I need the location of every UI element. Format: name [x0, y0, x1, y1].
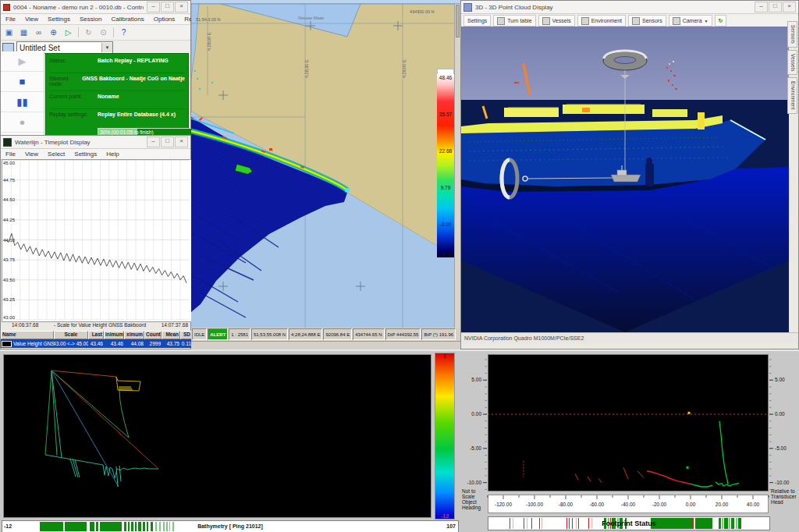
replay-display-icon[interactable]: ▦ [17, 27, 30, 39]
svg-text:4;28;30 E: 4;28;30 E [304, 59, 309, 78]
scrollbar-thumb[interactable] [456, 5, 460, 37]
toolbar-separator [78, 27, 79, 37]
close-button[interactable]: × [175, 2, 188, 12]
pointcloud-window: 3D - 3D Point Cloud Display – □ × Settin… [460, 0, 799, 349]
menu-settings[interactable]: Settings [43, 16, 75, 23]
toolbar-button-turn-table[interactable]: Turn table [493, 15, 535, 27]
status-cell: 4;28;24.888 E [289, 328, 322, 340]
menu-options[interactable]: Options [149, 16, 180, 23]
sync-icon[interactable]: ↻ [82, 27, 95, 39]
column-header[interactable]: Scale [54, 331, 88, 339]
online-globe-icon[interactable]: ⊕ [47, 27, 60, 39]
play-button[interactable]: ▶ [1, 51, 44, 72]
side-tab-environment[interactable]: Environment [787, 77, 797, 114]
display-icon[interactable]: ▣ [2, 27, 16, 39]
3d-app-icon [463, 3, 472, 12]
column-header[interactable]: Count [144, 331, 162, 339]
toolbar-button-sensors[interactable]: Sensors [628, 15, 666, 27]
toolbar-button-settings[interactable]: Settings [463, 15, 491, 27]
pointcloud-titlebar[interactable]: 3D - 3D Point Cloud Display – □ × [461, 1, 798, 14]
series-color-swatch [2, 341, 12, 347]
minimize-button[interactable]: – [755, 2, 768, 12]
menu-session[interactable]: Session [75, 16, 106, 23]
column-header[interactable]: SD [180, 331, 192, 339]
toolbar-button-vessels[interactable]: Vessels [538, 15, 575, 27]
svg-text:-10.00: -10.00 [467, 480, 482, 485]
controller-titlebar[interactable]: 0004 - Noname - demo run 2 - 0010.db - C… [1, 1, 190, 14]
progress-text: 30% (00:01:05 to finish) [100, 129, 154, 135]
environment-icon [581, 17, 589, 25]
svg-text:-40.00: -40.00 [621, 502, 636, 507]
pause-icon: ▮▮ [16, 96, 27, 108]
column-header[interactable]: inimum [104, 331, 124, 339]
svg-text:45.00: 45.00 [3, 161, 16, 165]
column-header[interactable]: Name [1, 331, 54, 339]
menu-help[interactable]: Help [101, 151, 123, 158]
preset-value: Untitled Set [17, 44, 101, 52]
menu-select[interactable]: Select [43, 151, 69, 158]
footprint-statusbar: Footprint Status [488, 516, 770, 530]
stop-icon: ■ [20, 76, 26, 87]
maximize-button[interactable]: □ [769, 2, 782, 12]
bathy-segment [90, 522, 94, 531]
column-header[interactable]: Last [88, 331, 104, 339]
bathy-segment [169, 522, 170, 531]
menu-file[interactable]: File [1, 151, 20, 158]
bathy-segment [100, 522, 122, 531]
bathy-segment [151, 522, 153, 531]
side-tab-sensors[interactable]: Sensors [787, 21, 797, 48]
io-connections-icon[interactable]: ∞ [32, 27, 45, 39]
svg-text:434900.00 N: 434900.00 N [410, 9, 435, 14]
replay-status-panel: Status:Batch Replay - REPLAYINGSteered n… [45, 53, 189, 145]
side-tab-vessels[interactable]: Vessels [787, 50, 797, 75]
replay-export-icon[interactable]: ▷ [62, 27, 75, 39]
torus-marker[interactable] [603, 51, 647, 70]
close-button[interactable]: × [783, 2, 796, 12]
column-header[interactable]: Mean [162, 331, 180, 339]
svg-text:-5.00: -5.00 [470, 445, 481, 451]
pointcloud-statusbar: NVIDIA Corporation Quadro M1000M/PCIe/SS… [461, 332, 798, 343]
maximize-button[interactable]: □ [161, 137, 174, 147]
table-cell: 43.75 [162, 339, 180, 348]
minimize-button[interactable]: – [147, 137, 160, 147]
menu-settings[interactable]: Settings [69, 151, 101, 158]
toolbar-button-environment[interactable]: Environment [577, 15, 626, 27]
record-button[interactable]: ● [1, 112, 44, 133]
close-button[interactable]: × [175, 137, 188, 147]
refresh-button[interactable]: ↻ [715, 15, 727, 27]
map-scrollbar[interactable] [454, 4, 460, 328]
pointcloud-viewport[interactable] [461, 27, 789, 332]
minimize-button[interactable]: – [147, 2, 160, 12]
column-header[interactable]: ximum [124, 331, 144, 339]
time-start: 14:06:37.68 [12, 322, 38, 328]
menu-view[interactable]: View [20, 151, 43, 158]
maximize-button[interactable]: □ [161, 2, 174, 12]
table-row[interactable]: Value Height GNSS I43.00 <-> 45.0043.464… [1, 339, 192, 348]
help-icon[interactable]: ? [117, 27, 130, 39]
bathy-segment [124, 522, 126, 531]
timeplot-icon [3, 138, 12, 147]
stop-button[interactable]: ■ [1, 72, 44, 92]
map-svg[interactable]: 51;54;3.00 N 434900.00 N 4;28;00 E 4;28;… [191, 4, 460, 328]
svg-text:43.25: 43.25 [3, 297, 16, 302]
menu-view[interactable]: View [20, 16, 43, 23]
pause-button[interactable]: ▮▮ [1, 92, 44, 112]
toolbar-button-camera[interactable]: Camera▼ [669, 15, 712, 27]
menu-calibrations[interactable]: Calibrations [106, 16, 148, 23]
status-value: Batch Replay - REPLAYING [98, 58, 185, 73]
colorbar-label: 22.68 [437, 148, 454, 154]
profile-display: 5.005.000.000.00-5.00-5.00-10.00-10.00-1… [460, 349, 799, 532]
table-cell: 44.08 [124, 339, 144, 348]
bathy-segment [166, 522, 168, 531]
swath-display: 2 -12 -12 Bathymetry [ Ping 21012] 107 [0, 349, 460, 532]
clock-icon[interactable]: ⊙ [97, 27, 110, 39]
colorbar-label: 48.46 [437, 75, 454, 80]
refresh-icon: ↻ [719, 18, 723, 24]
timeplot-titlebar[interactable]: Waterlijn - Timeplot Display – □ × [1, 136, 190, 149]
menu-file[interactable]: File [1, 16, 20, 23]
controller-toolbar: ▣▦∞⊕▷↻⊙? [1, 25, 190, 41]
bathy-segment [138, 522, 141, 531]
bathy-segment [96, 522, 98, 531]
chevron-down-icon[interactable]: ▼ [101, 43, 112, 52]
swath-canvas[interactable] [3, 354, 431, 518]
